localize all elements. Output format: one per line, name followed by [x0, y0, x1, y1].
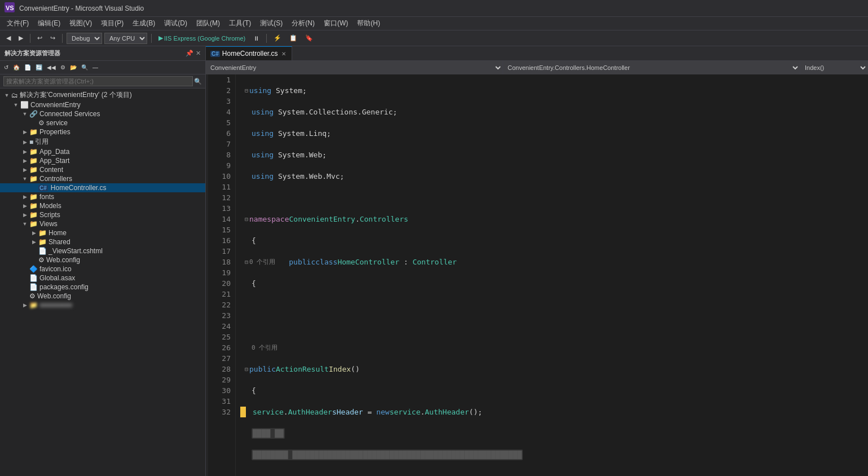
- menu-build[interactable]: 生成(B): [128, 17, 160, 29]
- menu-window[interactable]: 窗口(W): [319, 17, 353, 29]
- sidebar-item-viewstart[interactable]: ▶ 📄 _ViewStart.cshtml: [0, 246, 205, 255]
- show-all-files-btn[interactable]: 📄: [23, 64, 33, 71]
- fonts-expand[interactable]: ▶: [20, 194, 29, 200]
- sidebar-item-home[interactable]: ▶ 📁 Home: [0, 228, 205, 237]
- run-button[interactable]: ▶ IIS Express (Google Chrome): [156, 33, 248, 43]
- toolbar-pause[interactable]: ⏸: [250, 34, 262, 43]
- content-expand[interactable]: ▶: [20, 167, 29, 173]
- method-dropdown[interactable]: Index(): [800, 61, 868, 74]
- col-1[interactable]: ⊟: [245, 85, 248, 96]
- toolbar-back[interactable]: ◀: [3, 33, 14, 43]
- toolbar-undo[interactable]: ↩: [34, 33, 45, 43]
- menu-bar: 文件(F) 编辑(E) 视图(V) 项目(P) 生成(B) 调试(D) 团队(M…: [0, 17, 868, 30]
- shared-label: Shared: [49, 238, 71, 246]
- sidebar-item-packages-config[interactable]: ▶ 📄 packages.config: [0, 283, 205, 292]
- sidebar-item-controllers[interactable]: ▼ 📁 Controllers: [0, 174, 205, 183]
- menu-tools[interactable]: 工具(T): [224, 17, 255, 29]
- code-editor[interactable]: ⊟using System; using System.Collections.…: [236, 74, 868, 476]
- root-expand-icon[interactable]: ▼: [2, 92, 11, 98]
- app-data-label: App_Data: [39, 148, 69, 156]
- class-dropdown[interactable]: ConvenientEntry.Controllers.HomeControll…: [503, 61, 800, 74]
- code-container: 1 2 3 4 5 6 7 8 9 10 11 12 13 14 15 16 1: [206, 74, 868, 476]
- sync-btn[interactable]: ↺: [2, 64, 10, 71]
- home-label: Home: [49, 229, 67, 237]
- sidebar-item-home-controller[interactable]: ▶ C# HomeController.cs: [0, 183, 205, 192]
- minimize-btn[interactable]: —: [91, 64, 100, 71]
- views-expand[interactable]: ▼: [20, 221, 29, 227]
- kw-new-15: new: [376, 407, 389, 417]
- connected-services-expand[interactable]: ▼: [20, 111, 29, 117]
- sidebar-item-service[interactable]: ▶ ⚙ service: [0, 118, 205, 127]
- menu-view[interactable]: 视图(V): [65, 17, 96, 29]
- sidebar-item-app-data[interactable]: ▶ 📁 App_Data: [0, 147, 205, 156]
- namespace-dropdown[interactable]: ConvenientEntry: [206, 61, 503, 74]
- menu-help[interactable]: 帮助(H): [353, 17, 385, 29]
- sidebar-item-views[interactable]: ▼ 📁 Views: [0, 219, 205, 228]
- debug-config-dropdown[interactable]: Debug: [67, 33, 102, 44]
- panel-pin-button[interactable]: 📌: [186, 50, 193, 57]
- open-folder-btn[interactable]: 📂: [68, 64, 78, 71]
- menu-team[interactable]: 团队(M): [192, 17, 224, 29]
- web-config-views-icon: ⚙: [38, 256, 45, 264]
- sidebar-item-scripts[interactable]: ▶ 📁 Scripts: [0, 210, 205, 219]
- controllers-expand[interactable]: ▼: [20, 176, 29, 182]
- models-expand[interactable]: ▶: [20, 203, 29, 209]
- sidebar-item-web-config[interactable]: ▶ ⚙ Web.config: [0, 292, 205, 301]
- properties-btn[interactable]: ⚙: [59, 64, 67, 71]
- kw-public-13: public: [249, 364, 276, 374]
- collapse-btn[interactable]: ◀◀: [45, 64, 58, 71]
- convenient-entry-expand[interactable]: ▼: [11, 102, 20, 108]
- menu-test[interactable]: 测试(S): [255, 17, 287, 29]
- menu-debug[interactable]: 调试(D): [160, 17, 192, 29]
- col-13[interactable]: ⊟: [245, 364, 248, 374]
- menu-file[interactable]: 文件(F): [2, 17, 33, 29]
- sidebar-item-global-asax[interactable]: ▶ 📄 Global.asax: [0, 274, 205, 283]
- toolbar-extra1[interactable]: ⚡: [271, 33, 284, 43]
- sidebar-item-app-start[interactable]: ▶ 📁 App_Start: [0, 156, 205, 165]
- sidebar-item-shared[interactable]: ▶ 📁 Shared: [0, 237, 205, 246]
- platform-dropdown[interactable]: Any CPU: [104, 33, 147, 44]
- references-expand[interactable]: ▶: [20, 139, 29, 145]
- sidebar-item-references[interactable]: ▶ ■ 引用: [0, 136, 205, 147]
- sidebar-item-connected-services[interactable]: ▼ 🔗 Connected Services: [0, 109, 205, 118]
- sidebar-item-models[interactable]: ▶ 📁 Models: [0, 201, 205, 210]
- scripts-expand[interactable]: ▶: [20, 212, 29, 218]
- favicon-icon: 🔷: [29, 265, 38, 273]
- filter-btn[interactable]: 🔍: [80, 64, 90, 71]
- panel-close-button[interactable]: ✕: [196, 50, 201, 57]
- properties-expand[interactable]: ▶: [20, 129, 29, 135]
- app-start-expand[interactable]: ▶: [20, 158, 29, 164]
- tab-home-controller[interactable]: C# HomeController.cs ✕: [206, 46, 292, 60]
- git-expand[interactable]: ▶: [20, 302, 29, 308]
- app-data-expand[interactable]: ▶: [20, 149, 29, 155]
- sidebar-item-convenient-entry[interactable]: ▼ ⬜ ConvenientEntry: [0, 100, 205, 109]
- search-input[interactable]: [3, 76, 193, 86]
- sidebar-item-fonts[interactable]: ▶ 📁 fonts: [0, 192, 205, 201]
- toolbar-redo[interactable]: ↪: [47, 33, 58, 43]
- toolbar-sep3: [151, 34, 152, 43]
- tree-view: ▼ 🗂 解决方案'ConvenientEntry' (2 个项目) ▼ ⬜ Co…: [0, 89, 205, 476]
- code-line-5: using System.Web.Mvc;: [240, 171, 868, 182]
- col-7[interactable]: ⊟: [245, 214, 248, 224]
- sidebar-item-web-config-views[interactable]: ▶ ⚙ Web.config: [0, 255, 205, 265]
- shared-expand[interactable]: ▶: [29, 239, 38, 245]
- menu-edit[interactable]: 编辑(E): [33, 17, 65, 29]
- home-btn[interactable]: 🏠: [11, 64, 21, 71]
- menu-project[interactable]: 项目(P): [96, 17, 128, 29]
- sidebar-item-properties[interactable]: ▶ 📁 Properties: [0, 127, 205, 136]
- toolbar-extra3[interactable]: 🔖: [302, 33, 316, 43]
- tab-close-btn[interactable]: ✕: [280, 50, 287, 58]
- connected-services-icon: 🔗: [29, 110, 38, 118]
- sidebar-item-favicon[interactable]: ▶ 🔷 favicon.ico: [0, 265, 205, 274]
- menu-analyze[interactable]: 分析(N): [287, 17, 319, 29]
- home-expand[interactable]: ▶: [29, 230, 38, 236]
- refresh-btn[interactable]: 🔄: [34, 64, 44, 71]
- shared-icon: 📁: [38, 238, 47, 246]
- tree-root[interactable]: ▼ 🗂 解决方案'ConvenientEntry' (2 个项目): [0, 90, 205, 100]
- col-9[interactable]: ⊟: [245, 257, 248, 267]
- sidebar-item-content[interactable]: ▶ 📁 Content: [0, 165, 205, 174]
- panel-header-actions: 📌 ✕: [186, 50, 201, 57]
- toolbar-forward[interactable]: ▶: [16, 33, 26, 43]
- toolbar-extra2[interactable]: 📋: [287, 33, 300, 43]
- sidebar-item-git[interactable]: ▶ 📁 ■■■■■■■■: [0, 301, 205, 310]
